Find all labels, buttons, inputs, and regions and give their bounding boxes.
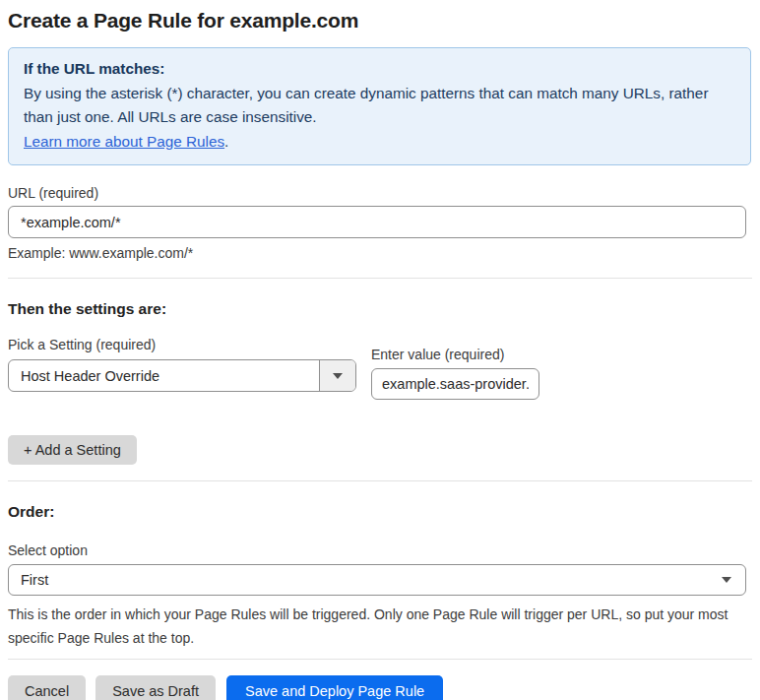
url-match-info-box: If the URL matches: By using the asteris… — [8, 47, 751, 165]
order-dropdown[interactable]: First — [8, 564, 746, 596]
info-box-heading: If the URL matches: — [24, 57, 735, 82]
setting-dropdown[interactable]: Host Header Override — [8, 359, 356, 392]
info-box-link-line: Learn more about Page Rules. — [24, 130, 735, 155]
chevron-down-icon — [722, 577, 731, 583]
setting-value-input[interactable] — [371, 368, 539, 400]
setting-dropdown-value: Host Header Override — [9, 368, 319, 384]
divider — [8, 659, 752, 660]
order-select-label: Select option — [8, 542, 752, 558]
pick-setting-label: Pick a Setting (required) — [8, 337, 356, 352]
page-rule-form: Create a Page Rule for example.com If th… — [0, 9, 760, 700]
order-section-heading: Order: — [8, 503, 752, 521]
enter-value-label: Enter value (required) — [371, 347, 539, 362]
setting-dropdown-arrow-button[interactable] — [319, 360, 355, 391]
settings-row: Pick a Setting (required) Host Header Ov… — [8, 337, 752, 400]
url-input[interactable] — [8, 206, 746, 238]
link-period: . — [224, 133, 228, 150]
enter-value-column: Enter value (required) — [371, 337, 539, 400]
info-box-body: By using the asterisk (*) character, you… — [24, 82, 735, 130]
url-label: URL (required) — [8, 185, 752, 201]
divider — [8, 278, 752, 279]
url-example-text: Example: www.example.com/* — [8, 245, 752, 261]
add-setting-button[interactable]: + Add a Setting — [8, 435, 137, 465]
learn-more-link[interactable]: Learn more about Page Rules — [24, 133, 224, 150]
footer-actions: Cancel Save as Draft Save and Deploy Pag… — [8, 675, 752, 700]
save-as-draft-button[interactable]: Save as Draft — [95, 675, 216, 700]
page-title: Create a Page Rule for example.com — [8, 9, 752, 32]
save-and-deploy-button[interactable]: Save and Deploy Page Rule — [226, 675, 443, 700]
order-help-text: This is the order in which your Page Rul… — [8, 603, 748, 650]
pick-setting-column: Pick a Setting (required) Host Header Ov… — [8, 337, 356, 400]
order-dropdown-value: First — [9, 572, 745, 588]
divider — [8, 480, 752, 481]
settings-section-heading: Then the settings are: — [8, 300, 752, 318]
cancel-button[interactable]: Cancel — [8, 675, 86, 700]
chevron-down-icon — [333, 373, 343, 379]
